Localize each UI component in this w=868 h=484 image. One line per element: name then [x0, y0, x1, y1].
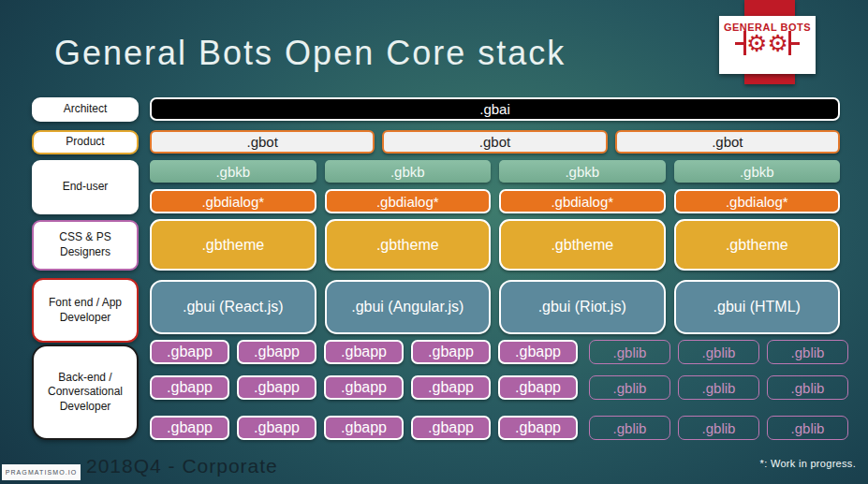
block-gbdialog: .gbdialog*: [674, 189, 841, 213]
block-gbapp: .gbapp: [411, 375, 491, 400]
slide-canvas: General Bots Open Core stack GENERAL BOT…: [0, 0, 868, 484]
block-gbtheme: .gbtheme: [674, 219, 841, 271]
work-in-progress-note: *: Work in progress.: [760, 458, 856, 469]
row-gbtheme: .gbtheme .gbtheme .gbtheme .gbtheme: [150, 219, 840, 271]
block-gblib: .gblib: [767, 416, 848, 440]
block-gblib: .gblib: [678, 416, 759, 440]
gear-line-right: [791, 42, 800, 45]
block-gblib: .gblib: [589, 375, 670, 400]
row-backend-2: .gbapp .gbapp .gbapp .gbapp .gbapp .gbli…: [150, 375, 840, 400]
footer-caption: 2018Q4 - Corporate: [86, 455, 278, 477]
block-gbdialog: .gbdialog*: [499, 189, 666, 213]
block-gbapp: .gbapp: [237, 375, 316, 400]
general-bots-logo: GENERAL BOTS ⚙ ⚙: [719, 16, 816, 74]
block-gbapp: .gbapp: [498, 416, 578, 440]
role-label-css-ps-designers: CSS & PS Designers: [32, 220, 139, 271]
page-title: General Bots Open Core stack: [54, 34, 566, 73]
block-gbai: .gbai: [150, 97, 840, 121]
row-gbui: .gbui (React.js) .gbui (Angular.js) .gbu…: [150, 280, 840, 334]
block-gbapp: .gbapp: [498, 375, 578, 400]
role-label-product: Product: [32, 130, 139, 154]
row-backend-1: .gbapp .gbapp .gbapp .gbapp .gbapp .gbli…: [150, 340, 840, 364]
block-gblib: .gblib: [678, 375, 759, 400]
block-gbapp: .gbapp: [324, 340, 404, 364]
block-gbtheme: .gbtheme: [499, 219, 666, 271]
block-gbui-riot: .gbui (Riot.js): [499, 280, 666, 334]
role-label-backend-conversational-developer: Back-end / Conversational Developer: [32, 345, 139, 440]
row-gbot: .gbot .gbot .gbot: [150, 130, 840, 154]
role-label-end-user: End-user: [32, 160, 139, 214]
block-gbui-react: .gbui (React.js): [150, 280, 316, 334]
block-gbapp: .gbapp: [237, 340, 316, 364]
block-gbot: .gbot: [382, 130, 607, 154]
block-gbkb: .gbkb: [499, 160, 666, 183]
row-gbkb: .gbkb .gbkb .gbkb .gbkb: [150, 160, 840, 183]
block-gbapp: .gbapp: [150, 340, 229, 364]
block-gbdialog: .gbdialog*: [150, 189, 316, 213]
block-gblib: .gblib: [589, 340, 670, 364]
block-gbkb: .gbkb: [674, 160, 841, 183]
block-gbtheme: .gbtheme: [150, 219, 316, 271]
block-gbapp: .gbapp: [498, 340, 578, 364]
block-gbui-html: .gbui (HTML): [674, 280, 841, 334]
block-gbapp: .gbapp: [150, 416, 229, 440]
block-gblib: .gblib: [589, 416, 670, 440]
row-gbai: .gbai: [150, 97, 840, 121]
row-backend-3: .gbapp .gbapp .gbapp .gbapp .gbapp .gbli…: [150, 416, 840, 440]
block-gbapp: .gbapp: [411, 416, 491, 440]
block-gblib: .gblib: [767, 340, 848, 364]
gear-line-left: [735, 42, 743, 45]
role-label-frontend-app-developer: Font end / App Developer: [32, 278, 139, 343]
block-gbapp: .gbapp: [150, 375, 229, 400]
block-gbui-angular: .gbui (Angular.js): [325, 280, 492, 334]
gear-icon: ⚙: [746, 31, 767, 55]
block-gbot: .gbot: [615, 130, 840, 154]
block-gbot: .gbot: [150, 130, 375, 154]
role-label-architect: Architect: [32, 97, 139, 122]
block-gbtheme: .gbtheme: [325, 219, 492, 271]
block-gblib: .gblib: [678, 340, 759, 364]
block-gbapp: .gbapp: [237, 416, 316, 440]
block-gblib: .gblib: [767, 375, 848, 400]
block-gbapp: .gbapp: [324, 375, 404, 400]
block-gbapp: .gbapp: [411, 340, 491, 364]
row-gbdialog: .gbdialog* .gbdialog* .gbdialog* .gbdial…: [150, 189, 840, 213]
block-gbkb: .gbkb: [150, 160, 316, 183]
block-gbapp: .gbapp: [324, 416, 404, 440]
block-gbdialog: .gbdialog*: [325, 189, 492, 213]
gear-icon: ⚙: [768, 31, 788, 55]
block-gbkb: .gbkb: [325, 160, 492, 183]
pragmatismo-badge: PRAGMATISMO.IO: [2, 464, 81, 480]
gears-icon: ⚙ ⚙: [735, 31, 800, 55]
